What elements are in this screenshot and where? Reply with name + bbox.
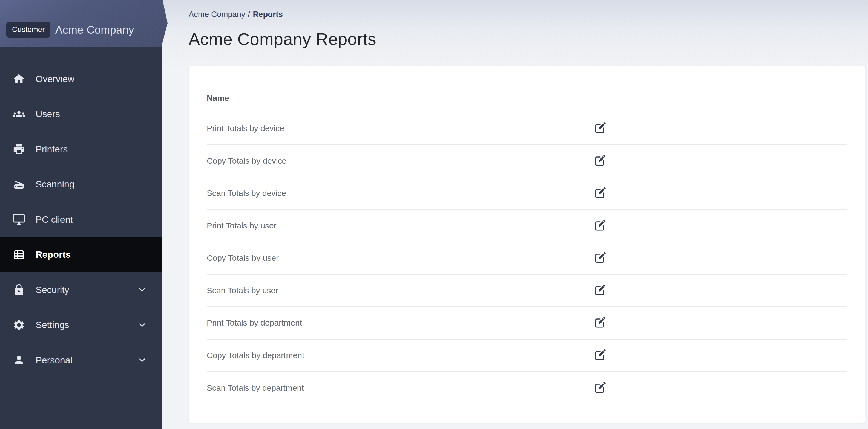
scanner-icon [12,178,25,191]
customer-banner[interactable]: Customer Acme Company [0,0,167,47]
edit-report-button[interactable] [594,382,606,394]
breadcrumb-separator: / [248,10,250,19]
report-name: Print Totals by department [207,318,594,328]
report-name: Copy Totals by device [207,156,594,166]
sidebar-item-label: Scanning [36,179,74,190]
sidebar-nav: Overview Users Printers Scanning PC clie [0,47,161,378]
report-name: Scan Totals by device [207,189,594,198]
person-icon [12,354,25,366]
desktop-icon [12,213,25,226]
sidebar-item-scanning[interactable]: Scanning [0,167,161,202]
sidebar-item-users[interactable]: Users [0,97,161,132]
report-name: Print Totals by user [207,221,594,230]
edit-report-button[interactable] [594,220,606,232]
main-content: Acme Company / Reports Acme Company Repo… [161,0,868,429]
sidebar-item-label: Printers [36,144,68,155]
sidebar-item-label: Security [36,285,69,295]
users-icon [12,108,25,121]
company-name: Acme Company [55,24,134,36]
reports-icon [12,249,25,261]
table-row[interactable]: Copy Totals by device [207,145,847,177]
edit-report-button[interactable] [594,285,606,297]
chevron-down-icon [137,355,147,365]
edit-report-button[interactable] [594,155,606,167]
home-icon [12,72,25,85]
edit-report-button[interactable] [594,187,606,199]
sidebar-item-security[interactable]: Security [0,272,161,307]
table-row[interactable]: Scan Totals by user [207,275,847,307]
sidebar-item-settings[interactable]: Settings [0,307,161,343]
gear-icon [12,319,25,331]
report-name: Copy Totals by user [207,253,594,263]
lock-icon [12,284,25,296]
sidebar-item-label: Reports [36,249,71,260]
sidebar-item-label: Personal [36,355,72,366]
report-name: Copy Totals by department [207,351,594,360]
table-header: Name [207,66,847,112]
sidebar-item-printers[interactable]: Printers [0,132,161,167]
sidebar-item-pc-client[interactable]: PC client [0,202,161,237]
breadcrumb: Acme Company / Reports [189,10,865,19]
sidebar-item-label: PC client [36,214,73,225]
sidebar-item-overview[interactable]: Overview [0,61,161,97]
sidebar: Customer Acme Company Overview Users Pri… [0,0,161,429]
table-row[interactable]: Scan Totals by device [207,177,847,210]
chevron-down-icon [137,285,147,295]
printer-icon [12,143,25,156]
edit-report-button[interactable] [594,122,606,134]
table-row[interactable]: Copy Totals by department [207,339,847,372]
sidebar-item-reports[interactable]: Reports [0,237,161,272]
sidebar-item-label: Settings [36,320,69,330]
table-row[interactable]: Print Totals by user [207,210,847,242]
column-header-name: Name [207,94,229,103]
report-name: Scan Totals by user [207,286,594,295]
report-name: Print Totals by device [207,124,594,133]
sidebar-item-label: Users [36,109,60,119]
customer-badge: Customer [6,22,51,38]
table-row[interactable]: Scan Totals by department [207,372,847,404]
sidebar-item-personal[interactable]: Personal [0,342,161,378]
page-title: Acme Company Reports [189,29,865,49]
report-name: Scan Totals by department [207,383,594,393]
breadcrumb-parent[interactable]: Acme Company [189,10,245,19]
chevron-down-icon [137,320,147,330]
table-row[interactable]: Print Totals by device [207,112,847,145]
edit-report-button[interactable] [594,252,606,264]
reports-card: Name Print Totals by device Copy Totals … [189,66,865,423]
edit-report-button[interactable] [594,317,606,329]
table-row[interactable]: Print Totals by department [207,307,847,339]
sidebar-item-label: Overview [36,74,74,84]
edit-report-button[interactable] [594,350,606,361]
table-row[interactable]: Copy Totals by user [207,242,847,275]
breadcrumb-current: Reports [253,10,283,19]
